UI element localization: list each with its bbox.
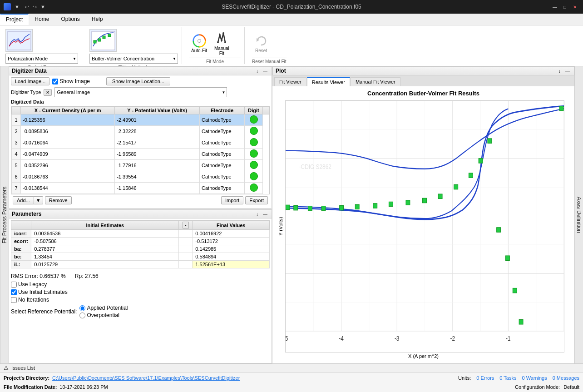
params-expand-button[interactable]: - (183, 222, 188, 228)
svg-rect-51 (423, 198, 427, 203)
add-dropdown-button[interactable]: ▼ (34, 196, 43, 204)
no-iterations-checkbox[interactable] (11, 297, 17, 303)
digitizer-data-header: Digitizer Data ↓ — (9, 66, 272, 75)
overpotential-radio[interactable] (79, 313, 85, 318)
use-initial-checkbox[interactable] (11, 289, 17, 295)
digitizer-section: Load Image... Show Image Show Image Loca… (9, 75, 272, 208)
row-4-electrode: CathodeType (200, 149, 245, 160)
row-5-num: 5 (12, 160, 21, 171)
table-row[interactable]: 3 -0.0716064 -2.15417 CathodeType (12, 137, 269, 149)
export-button[interactable]: Export (245, 196, 268, 204)
projects-dir-label: Project's Directory: (4, 375, 49, 381)
svg-point-8 (217, 41, 219, 43)
use-legacy-checkbox[interactable] (11, 282, 17, 288)
applied-potential-radio[interactable] (79, 305, 85, 311)
messages-count[interactable]: 0 Messages (553, 375, 579, 381)
row-3-x: -0.0716064 (21, 137, 115, 149)
il-initial[interactable] (31, 261, 179, 268)
table-row[interactable]: 6 -0.0186763 -1.39554 CathodeType (12, 171, 269, 183)
tab-results-viewer[interactable]: Results Viewer (307, 77, 350, 86)
ecorr-initial[interactable] (31, 238, 179, 245)
ecorr-final: -0.513172 (193, 238, 270, 245)
tab-fit-viewer[interactable]: Fit Viewer (274, 77, 306, 86)
param-bc-row: bc: 0.584894 (11, 253, 270, 261)
plot-close-icon[interactable]: — (564, 68, 571, 74)
manual-fit-button[interactable]: ManualFit (212, 30, 231, 57)
row-5-electrode: CathodeType (200, 160, 245, 171)
row-2-x: -0.0895836 (21, 126, 115, 137)
polarization-mode-select[interactable]: Polarization Mode (5, 54, 78, 64)
bc-initial[interactable] (31, 253, 179, 261)
applied-potential-label[interactable]: Applied Potential (79, 305, 128, 311)
maximize-button[interactable]: □ (560, 2, 569, 11)
digitizer-pin-icon[interactable]: ↓ (255, 68, 260, 74)
import-button[interactable]: Import (221, 196, 243, 204)
plot-header-icons: ↓ — (557, 68, 571, 74)
params-pin-icon[interactable]: ↓ (255, 211, 260, 217)
show-image-checkbox-label[interactable]: Show Image (52, 78, 90, 84)
tab-project[interactable]: Project (0, 14, 29, 25)
digitizer-type-x-button[interactable]: ✕ (44, 89, 52, 96)
minimize-button[interactable]: — (550, 2, 559, 11)
ecorr-initial-input[interactable] (34, 238, 176, 244)
table-row[interactable]: 1 -0.125356 -2.49901 CathodeType (12, 114, 269, 126)
table-row[interactable]: 7 -0.0138544 -1.15846 CathodeType (12, 183, 269, 194)
icorr-final: 0.00416922 (193, 230, 270, 238)
row-4-y: -1.95589 (115, 149, 200, 160)
reset-button[interactable]: Reset (252, 33, 270, 54)
digitizer-type-row: Digitizer Type ✕ General Image (11, 87, 270, 97)
use-legacy-label[interactable]: Use Legacy (11, 281, 68, 288)
add-button[interactable]: Add... (13, 196, 34, 204)
svg-rect-53 (454, 184, 458, 189)
status-top: Project's Directory: C:\Users\Public\Doc… (4, 375, 579, 381)
x-axis-label: X (A per m^2) (276, 352, 571, 360)
overpotential-label[interactable]: Overpotential (79, 312, 128, 318)
chart-inner: -CDIG S2862 -0.5 -1 -1.5 -5 -4 -3 -2 -1 (285, 100, 564, 352)
icorr-initial[interactable] (31, 230, 179, 238)
fitting-method-select[interactable]: Butler-Volmer Concentration (89, 54, 178, 64)
tab-manual-fit-viewer[interactable]: Manual Fit Viewer (351, 77, 400, 86)
warnings-count[interactable]: 0 Warnings (522, 375, 547, 381)
ba-initial-input[interactable] (34, 246, 176, 252)
no-iterations-label[interactable]: No Iterations (11, 297, 68, 303)
params-close-icon[interactable]: — (262, 211, 269, 217)
icorr-initial-input[interactable] (34, 231, 176, 236)
digitizer-close-icon[interactable]: — (262, 68, 269, 74)
tasks-count[interactable]: 0 Tasks (499, 375, 516, 381)
tab-home[interactable]: Home (29, 14, 55, 25)
il-initial-input[interactable] (34, 262, 176, 267)
svg-rect-45 (321, 206, 326, 211)
issues-list-label[interactable]: Issues List (11, 365, 35, 371)
auto-fit-button[interactable]: Auto-Fit (189, 33, 209, 54)
table-row[interactable]: 4 -0.0474909 -1.95589 CathodeType (12, 149, 269, 160)
col-y-header: Y - Potential Value (Volts) (115, 107, 200, 114)
fitting-method-dropdown[interactable]: Butler-Volmer Concentration (89, 54, 178, 64)
digitizer-type-select[interactable]: General Image (54, 87, 227, 97)
svg-point-12 (224, 41, 226, 43)
initial-estimates-header: Initial Estimates (31, 221, 179, 230)
bc-initial-input[interactable] (34, 254, 176, 259)
ba-initial[interactable] (31, 245, 179, 253)
tab-help[interactable]: Help (86, 14, 109, 25)
load-image-button[interactable]: Load Image... (11, 77, 49, 85)
digitizer-type-dropdown[interactable]: General Image (54, 87, 227, 97)
use-initial-label[interactable]: Use Initial Estimates (11, 289, 68, 295)
row-5-y: -1.77916 (115, 160, 200, 171)
plot-pin-icon[interactable]: ↓ (557, 68, 562, 74)
close-button[interactable]: ✕ (570, 2, 579, 11)
tab-options[interactable]: Options (55, 14, 85, 25)
polarization-mode-dropdown[interactable]: Polarization Mode (5, 54, 78, 64)
chart-title: Concentration Butler-Volmer Fit Results (276, 90, 571, 97)
table-row[interactable]: 5 -0.0352296 -1.77916 CathodeType (12, 160, 269, 171)
table-row[interactable]: 2 -0.0895836 -2.32228 CathodeType (12, 126, 269, 137)
remove-button[interactable]: Remove (45, 196, 72, 204)
show-image-location-button[interactable]: Show Image Location... (106, 77, 170, 85)
row-2-y: -2.32228 (115, 126, 200, 137)
show-image-checkbox[interactable] (52, 79, 58, 84)
projects-dir-path[interactable]: C:\Users\Public\Documents\SES Software\1… (52, 375, 240, 381)
row-7-y: -1.15846 (115, 183, 200, 194)
load-image-row: Load Image... Show Image Show Image Loca… (11, 77, 270, 85)
errors-count[interactable]: 0 Errors (476, 375, 494, 381)
row-3-num: 3 (12, 137, 21, 149)
svg-rect-61 (559, 106, 563, 111)
